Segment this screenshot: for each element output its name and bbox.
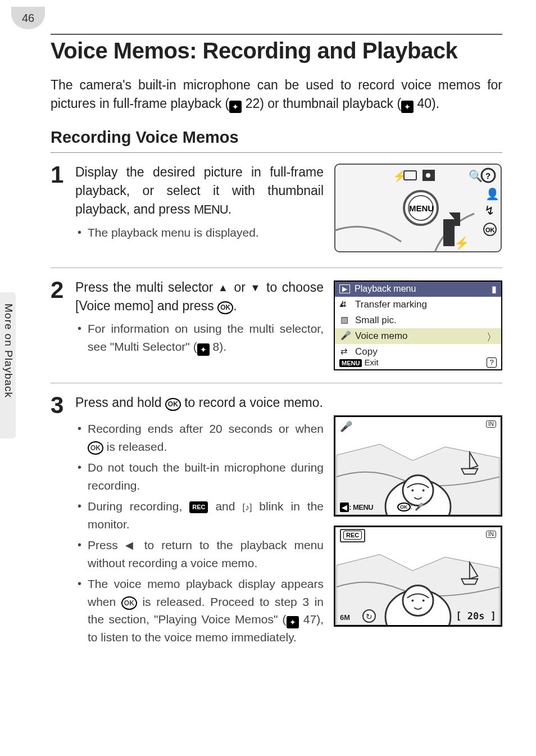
text: : MENU xyxy=(349,503,373,511)
page-number-tab: 46 xyxy=(11,7,45,29)
camera-back-svg: ⚡ 🔍 ? 👤 ↯ OK xyxy=(334,163,502,253)
page-title: Voice Memos: Recording and Playback xyxy=(51,38,502,64)
text: 8). xyxy=(210,340,226,353)
rec-icon: REC xyxy=(189,501,208,513)
memory-in-icon: IN xyxy=(486,531,496,538)
bullet: The voice memo playback display appears … xyxy=(75,575,324,646)
bullet: For information on using the multi selec… xyxy=(75,320,324,356)
step-3-bullets: Recording ends after 20 seconds or when … xyxy=(75,420,324,646)
svg-point-25 xyxy=(411,600,414,602)
voice-memo-recording-screen: REC IN 6M ↻ [ 20s ] xyxy=(334,526,502,627)
rec-badge: REC xyxy=(340,531,365,540)
battery-icon: ▮ xyxy=(492,284,497,295)
menu-item-small-pic: ▧Small pic. xyxy=(335,313,501,328)
svg-text:↯: ↯ xyxy=(484,203,494,218)
svg-point-20 xyxy=(411,490,414,492)
menu-item-transfer: ↯Transfer marking xyxy=(335,297,501,313)
intro-ref40: 40). xyxy=(414,96,439,111)
svg-text:OK: OK xyxy=(485,227,495,233)
title-rule xyxy=(51,34,502,35)
step-number: 3 xyxy=(51,393,75,650)
rec-icon: REC xyxy=(343,531,362,540)
ok-button-icon: OK xyxy=(217,301,233,314)
step-divider xyxy=(51,383,502,383)
text: . xyxy=(233,298,237,313)
camera-xref-icon: ✦ xyxy=(401,101,414,113)
svg-text:⚡: ⚡ xyxy=(454,236,470,251)
svg-text:🔍: 🔍 xyxy=(469,169,483,183)
exit-label: Exit xyxy=(365,357,379,367)
ok-button-icon: OK xyxy=(121,596,137,610)
step-2-title: Press the multi selector ▲ or ▼ to choos… xyxy=(75,278,324,316)
camera-xref-icon: ✦ xyxy=(287,616,299,628)
step-divider xyxy=(51,268,502,268)
menu-header: ▶ Playback menu ▮ xyxy=(335,282,501,297)
return-icon: ↻ xyxy=(362,609,376,623)
manual-page: 46 Voice Memos: Recording and Playback T… xyxy=(0,0,536,756)
step-1: 1 Display the desired picture in full-fr… xyxy=(51,163,502,255)
svg-text:?: ? xyxy=(485,171,490,180)
transfer-icon: ↯ xyxy=(340,299,348,309)
menu-title: Playback menu xyxy=(355,284,416,294)
text: to record a voice memo. xyxy=(181,395,323,410)
rotate-icon: ↻ xyxy=(362,609,376,623)
svg-text:MENU: MENU xyxy=(409,203,434,213)
camera-xref-icon: ✦ xyxy=(229,101,242,113)
text: : 🎤 xyxy=(411,503,424,511)
ok-button-icon: OK xyxy=(165,398,181,411)
up-triangle-icon: ▲ xyxy=(218,282,229,293)
text: Press the multi selector xyxy=(75,280,218,295)
bullet: Press ◀ to return to the playback menu w… xyxy=(75,536,324,572)
intro-ref22: 22) or thumbnail playback ( xyxy=(242,96,401,111)
ok-button-icon: OK xyxy=(88,441,103,455)
text: Press xyxy=(88,538,125,551)
camera-illustration: ⚡ 🔍 ? 👤 ↯ OK xyxy=(334,163,502,255)
label: Transfer marking xyxy=(355,299,427,310)
smallpic-icon: ▧ xyxy=(340,315,348,325)
text: During recording, xyxy=(88,500,189,513)
music-note-icon: [♪] xyxy=(242,501,252,514)
intro-paragraph: The camera's built-in microphone can be … xyxy=(51,76,502,114)
svg-point-19 xyxy=(403,475,433,505)
svg-point-24 xyxy=(403,585,433,615)
playback-menu-screenshot: ▶ Playback menu ▮ ▲ ↯Transfer marking ▧S… xyxy=(334,278,502,370)
bullet: The playback menu is displayed. xyxy=(75,224,324,242)
menu-button-badge: MENU xyxy=(339,359,362,367)
heading-rule xyxy=(51,152,502,153)
left-arrow-icon: ◀ xyxy=(340,503,349,512)
text: or xyxy=(229,280,251,295)
text: is released. xyxy=(103,440,167,453)
step-1-bullets: The playback menu is displayed. xyxy=(75,224,324,242)
text: and xyxy=(208,500,242,513)
menu-footer: MENU Exit ? xyxy=(335,356,501,369)
step-2-bullets: For information on using the multi selec… xyxy=(75,320,324,356)
step-2: 2 Press the multi selector ▲ or ▼ to cho… xyxy=(51,278,502,370)
bullet: During recording, REC and [♪] blink in t… xyxy=(75,497,324,533)
menu-button-glyph: MENU xyxy=(194,202,228,216)
bullet: Do not touch the built-in microphone dur… xyxy=(75,459,324,494)
timer-label: [ 20s ] xyxy=(456,610,496,622)
menu-item-voice-memo: 🎤Voice memo xyxy=(335,328,501,344)
side-section-label: More on Playback xyxy=(2,304,15,398)
bullet: Recording ends after 20 seconds or when … xyxy=(75,420,324,455)
down-triangle-icon: ▼ xyxy=(251,282,262,293)
svg-point-26 xyxy=(423,600,425,602)
size-badge: 6M xyxy=(340,613,350,622)
step-number: 1 xyxy=(51,163,75,255)
playback-icon: ▶ xyxy=(339,284,350,293)
svg-point-4 xyxy=(426,173,430,178)
svg-text:👤: 👤 xyxy=(485,187,499,201)
camera-xref-icon: ✦ xyxy=(197,343,210,356)
label: Small pic. xyxy=(355,315,397,325)
help-icon: ? xyxy=(487,357,497,368)
back-hint: ◀: MENU xyxy=(340,503,373,511)
record-screens: 🎤 IN ◀: MENU OK: 🎤 xyxy=(334,415,502,650)
ok-icon: OK xyxy=(397,503,411,511)
memory-in-icon: IN xyxy=(486,420,496,428)
step-3: 3 Press and hold OK to record a voice me… xyxy=(51,393,502,650)
text: Recording ends after 20 seconds or when xyxy=(88,422,324,435)
svg-point-21 xyxy=(423,490,425,492)
copy-icon: ⇄ xyxy=(340,346,348,356)
step-3-title: Press and hold OK to record a voice memo… xyxy=(75,393,502,412)
mic-icon: 🎤 xyxy=(340,331,351,341)
